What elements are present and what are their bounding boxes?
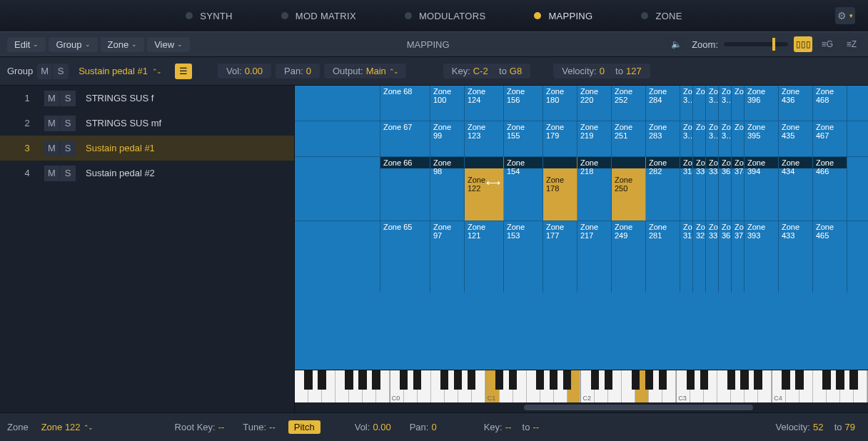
zone-cell-selected[interactable]: Zone 250 [612,157,646,220]
black-key[interactable] [591,370,599,390]
zone-cell[interactable]: Zone 124 [465,86,504,121]
zone-cell[interactable]: Zone 361 [719,221,732,293]
zone-cell[interactable]: Zone 218 [577,157,612,220]
zone-key-range-field[interactable]: Key: -- to -- [478,422,545,432]
zone-cell[interactable]: Zone 179 [543,121,577,156]
group-key-range-field[interactable]: Key: C-2 to G8 [443,64,530,78]
zone-cell[interactable]: Zone 329 [693,221,706,293]
zone-cell[interactable]: Zone 282 [646,157,680,220]
black-key[interactable] [304,370,312,390]
group-pan-field[interactable]: Pan: 0 [276,64,320,78]
solo-button[interactable]: S [60,91,76,106]
zone-cell[interactable]: Zone 97 [430,221,465,293]
horizontal-scrollbar[interactable] [295,402,868,412]
view-keymap-button[interactable]: ▯▯▯ [794,36,812,52]
zone-cell[interactable]: Zone 3… [719,86,732,121]
zone-cell[interactable]: Zone 3… [680,121,693,156]
group-row-4[interactable]: 4 MS Sustain pedal #2 [0,161,294,186]
zone-cell-selected[interactable]: Zone 178 [543,157,577,220]
zone-cell[interactable]: Zone 281 [646,221,680,293]
tab-zone[interactable]: ZONE [641,11,682,21]
zone-cell[interactable]: Zone 220 [577,86,612,121]
zone-volume-field[interactable]: Vol: 0.00 [349,422,397,432]
scrollbar-thumb[interactable] [524,405,753,410]
zone-cell[interactable]: Zone 436 [779,86,813,121]
group-solo-button[interactable]: S [53,64,69,79]
zone-cell[interactable]: Zone 121 [465,221,504,293]
tab-modulators[interactable]: MODULATORS [405,11,486,21]
zoom-slider[interactable] [724,42,788,46]
zone-cell[interactable]: Zone 337 [706,221,719,293]
zone-cell[interactable]: Zone… [693,121,706,156]
zone-cell[interactable]: Zone 467 [813,121,847,156]
zone-cell[interactable]: Zone 153 [504,221,543,293]
solo-button[interactable]: S [60,141,76,156]
zone-cell[interactable]: Zone 251 [612,121,646,156]
zone-cell[interactable]: Zone 330 [693,157,706,220]
zone-grid[interactable]: Zone 68Zone 100Zone 124Zone 156Zone 180Z… [295,86,868,370]
solo-button[interactable]: S [60,166,76,181]
group-row-3[interactable]: 3 MS Sustain pedal #1 [0,136,294,161]
zone-cell[interactable]: Zone 252 [612,86,646,121]
zone-cell[interactable]: Zone 314 [680,157,693,220]
zone-velocity-range-field[interactable]: Velocity: 52 to 79 [770,422,861,432]
view-menu[interactable]: View⌄ [147,37,190,52]
group-output-field[interactable]: Output: Main ⌃⌄ [324,64,406,78]
zone-cell[interactable]: Zone 67 [380,121,430,156]
zone-cell[interactable]: Zone 378 [732,157,745,220]
zone-menu[interactable]: Zone⌄ [101,37,145,52]
zone-cell[interactable]: Zone 99 [430,121,465,156]
group-row-1[interactable]: 1 MS STRINGS SUS f [0,86,294,111]
zone-cell[interactable]: Zone 393 [745,221,779,293]
zone-cell[interactable]: Zone 435 [779,121,813,156]
black-key[interactable] [632,370,640,390]
mute-button[interactable]: M [44,141,60,156]
black-key[interactable] [358,370,366,390]
black-key[interactable] [822,370,830,390]
zone-cell[interactable]: Zone 68 [380,86,430,121]
mute-button[interactable]: M [44,91,60,106]
zone-cell[interactable]: Zone 3… [706,86,719,121]
black-key[interactable] [659,370,667,390]
zone-cell[interactable]: Zone 395 [745,121,779,156]
black-key[interactable] [836,370,844,390]
black-key[interactable] [687,370,695,390]
zone-cell[interactable]: Zone 465 [813,221,847,293]
zoom-slider-knob[interactable] [772,38,775,51]
tab-mapping[interactable]: MAPPING [534,11,592,21]
zone-cell[interactable]: Zone 180 [543,86,577,121]
black-key[interactable] [454,370,462,390]
zone-cell[interactable]: Zone 468 [813,86,847,121]
black-key[interactable] [440,370,448,390]
black-key[interactable] [740,370,748,390]
zone-name-selector[interactable]: Zone 122 ⌃⌄ [36,422,98,432]
zone-cell[interactable] [295,86,380,121]
zone-root-key-field[interactable]: Root Key: -- [169,422,231,432]
zone-cell[interactable]: Zone 283 [646,121,680,156]
zone-cell[interactable]: Zone… [732,121,745,156]
group-mute-button[interactable]: M [37,64,53,79]
zone-cell[interactable]: Zone 377 [732,221,745,293]
zone-cell[interactable]: Zone 394 [745,157,779,220]
black-key[interactable] [795,370,803,390]
black-key[interactable] [400,370,408,390]
zone-cell[interactable]: Zone… [732,86,745,121]
pitch-button[interactable]: Pitch [288,420,321,434]
zone-cell[interactable]: Zone 217 [577,221,612,293]
black-key[interactable] [645,370,653,390]
mute-button[interactable]: M [44,166,60,181]
zone-cell[interactable] [295,121,380,156]
group-name-selector[interactable]: Sustain pedal #1⌃⌄ [73,66,166,76]
black-key[interactable] [318,370,326,390]
zone-cell[interactable]: Zone 284 [646,86,680,121]
black-key[interactable] [468,370,475,390]
zone-cell[interactable]: Zone 123 [465,121,504,156]
mute-button[interactable]: M [44,116,60,131]
zone-cell[interactable]: Zone 65 [380,221,430,293]
black-key[interactable] [413,370,421,390]
group-velocity-range-field[interactable]: Velocity: 0 to 127 [553,64,650,78]
black-key[interactable] [727,370,735,390]
zone-cell-selected[interactable]: Zone 122 [465,157,504,220]
view-group-button[interactable]: ≡G [818,36,837,52]
black-key[interactable] [509,370,517,390]
